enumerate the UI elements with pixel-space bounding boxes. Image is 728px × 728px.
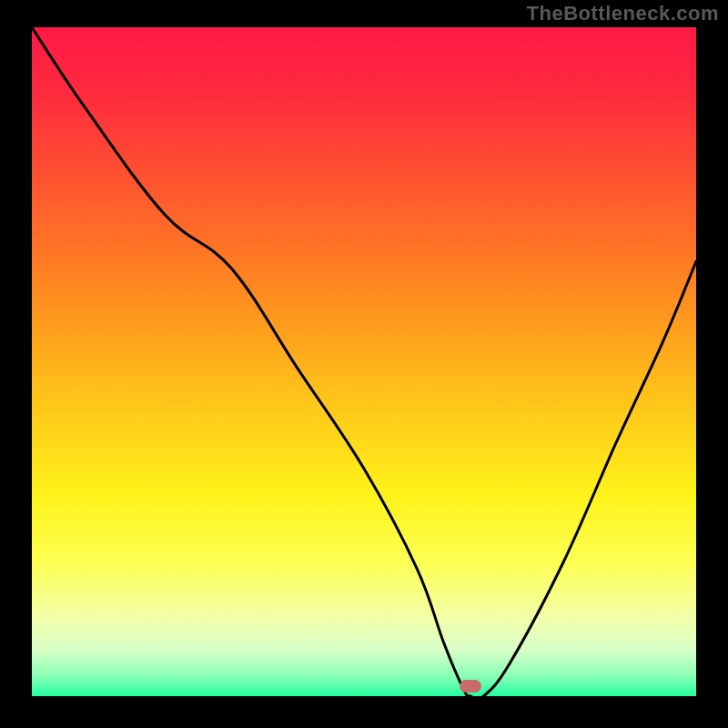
bottleneck-curve: [32, 27, 696, 696]
watermark-text: TheBottleneck.com: [527, 2, 719, 25]
chart-frame: TheBottleneck.com: [0, 0, 728, 728]
selected-point-marker: [460, 680, 481, 693]
plot-area: [32, 27, 696, 696]
